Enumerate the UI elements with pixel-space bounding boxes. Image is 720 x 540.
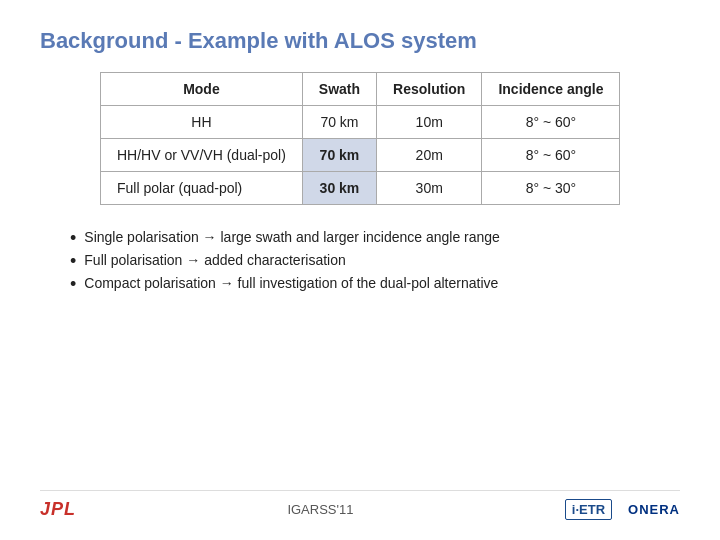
cell-resolution-3: 30m <box>377 172 482 205</box>
cell-incidence-2: 8° ~ 60° <box>482 139 620 172</box>
page: Background - Example with ALOS system Mo… <box>0 0 720 540</box>
cell-mode-1: HH <box>101 106 303 139</box>
list-item: • Full polarisation → added characterisa… <box>70 252 680 270</box>
bullet-list: • Single polarisation → large swath and … <box>70 229 680 298</box>
table-row: HH 70 km 10m 8° ~ 60° <box>101 106 620 139</box>
col-header-swath: Swath <box>302 73 376 106</box>
col-header-incidence: Incidence angle <box>482 73 620 106</box>
cell-mode-2: HH/HV or VV/VH (dual-pol) <box>101 139 303 172</box>
footer-jpl-logo: JPL <box>40 499 76 520</box>
list-item: • Single polarisation → large swath and … <box>70 229 680 247</box>
table-row: Full polar (quad-pol) 30 km 30m 8° ~ 30° <box>101 172 620 205</box>
cell-resolution-1: 10m <box>377 106 482 139</box>
cell-swath-1: 70 km <box>302 106 376 139</box>
cell-resolution-2: 20m <box>377 139 482 172</box>
page-title: Background - Example with ALOS system <box>40 28 680 54</box>
bullet-dot: • <box>70 229 76 247</box>
cell-incidence-3: 8° ~ 30° <box>482 172 620 205</box>
bullet-text-1: Single polarisation → large swath and la… <box>84 229 500 245</box>
alos-table: Mode Swath Resolution Incidence angle HH… <box>100 72 620 205</box>
cell-swath-2: 70 km <box>302 139 376 172</box>
footer-onera-logo: ONERA <box>628 502 680 517</box>
list-item: • Compact polarisation → full investigat… <box>70 275 680 293</box>
bullet-text-3: Compact polarisation → full investigatio… <box>84 275 498 291</box>
col-header-resolution: Resolution <box>377 73 482 106</box>
cell-mode-3: Full polar (quad-pol) <box>101 172 303 205</box>
bullet-dot: • <box>70 275 76 293</box>
footer: JPL IGARSS'11 i·ETR ONERA <box>40 490 680 520</box>
cell-swath-3: 30 km <box>302 172 376 205</box>
table-row: HH/HV or VV/VH (dual-pol) 70 km 20m 8° ~… <box>101 139 620 172</box>
cell-incidence-1: 8° ~ 60° <box>482 106 620 139</box>
col-header-mode: Mode <box>101 73 303 106</box>
footer-ietr-logo: i·ETR <box>565 499 612 520</box>
bullet-dot: • <box>70 252 76 270</box>
footer-conference: IGARSS'11 <box>287 502 353 517</box>
footer-logos: i·ETR ONERA <box>565 499 680 520</box>
bullet-text-2: Full polarisation → added characterisati… <box>84 252 345 268</box>
table-wrapper: Mode Swath Resolution Incidence angle HH… <box>100 72 680 205</box>
